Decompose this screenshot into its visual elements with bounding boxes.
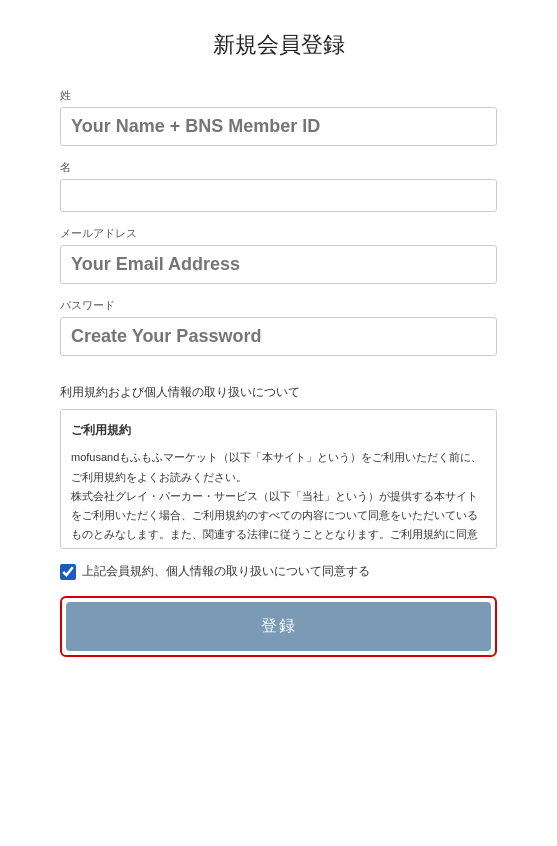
email-field-group: メールアドレス — [60, 226, 497, 284]
email-label: メールアドレス — [60, 226, 497, 241]
first-name-label: 名 — [60, 160, 497, 175]
last-name-label: 姓 — [60, 88, 497, 103]
page-title: 新規会員登録 — [60, 30, 497, 60]
submit-button-wrapper: 登録 — [60, 596, 497, 657]
terms-title: ご利用規約 — [71, 420, 486, 440]
password-label: パスワード — [60, 298, 497, 313]
agreement-checkbox-row: 上記会員規約、個人情報の取り扱いについて同意する — [60, 563, 497, 580]
terms-section-label: 利用規約および個人情報の取り扱いについて — [60, 384, 497, 401]
first-name-input[interactable] — [60, 179, 497, 212]
email-input[interactable] — [60, 245, 497, 284]
terms-scrollbox[interactable]: ご利用規約 mofusandもふもふマーケット（以下「本サイト」という）をご利用… — [60, 409, 497, 549]
agreement-checkbox-label: 上記会員規約、個人情報の取り扱いについて同意する — [82, 563, 370, 580]
last-name-input[interactable] — [60, 107, 497, 146]
first-name-field-group: 名 — [60, 160, 497, 212]
agreement-checkbox[interactable] — [60, 564, 76, 580]
submit-button[interactable]: 登録 — [66, 602, 491, 651]
password-input[interactable] — [60, 317, 497, 356]
last-name-field-group: 姓 — [60, 88, 497, 146]
terms-section: 利用規約および個人情報の取り扱いについて ご利用規約 mofusandもふもふマ… — [60, 384, 497, 549]
password-field-group: パスワード — [60, 298, 497, 356]
terms-body: mofusandもふもふマーケット（以下「本サイト」という）をご利用いただく前に… — [71, 448, 486, 549]
